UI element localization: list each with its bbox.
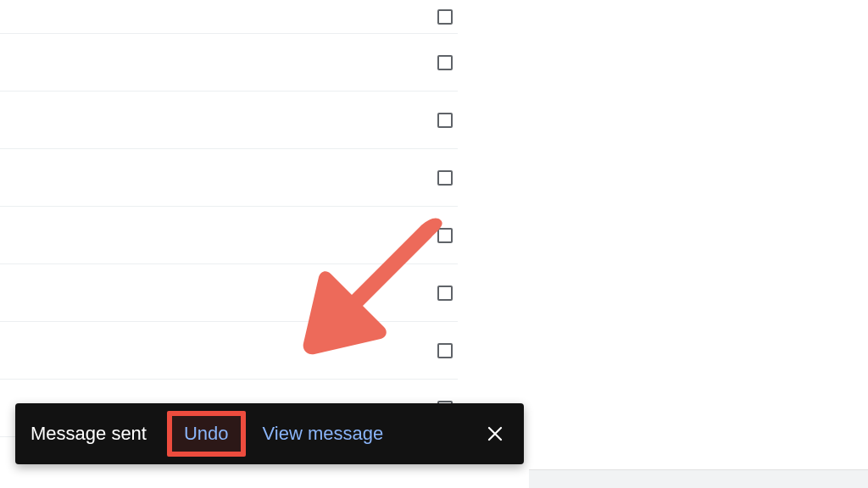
- mail-row[interactable]: [0, 322, 458, 380]
- view-message-button[interactable]: View message: [263, 423, 384, 445]
- select-checkbox[interactable]: [437, 55, 453, 70]
- close-icon[interactable]: [481, 420, 509, 447]
- undo-button[interactable]: Undo: [184, 423, 229, 444]
- message-sent-toast: Message sent Undo View message: [15, 403, 524, 464]
- mail-row[interactable]: [0, 34, 458, 92]
- toast-status-text: Message sent: [31, 423, 147, 445]
- mail-row[interactable]: [0, 0, 458, 34]
- mail-row[interactable]: [0, 264, 458, 322]
- mail-row[interactable]: [0, 207, 458, 264]
- mail-row[interactable]: [0, 92, 458, 149]
- undo-highlight-box: Undo: [167, 411, 246, 457]
- select-checkbox[interactable]: [437, 113, 453, 128]
- select-checkbox[interactable]: [437, 286, 453, 301]
- select-checkbox[interactable]: [437, 228, 453, 243]
- select-checkbox[interactable]: [437, 343, 453, 358]
- select-checkbox[interactable]: [437, 9, 453, 25]
- select-checkbox[interactable]: [437, 170, 453, 186]
- compose-bar: [529, 469, 868, 488]
- mail-row[interactable]: [0, 149, 458, 207]
